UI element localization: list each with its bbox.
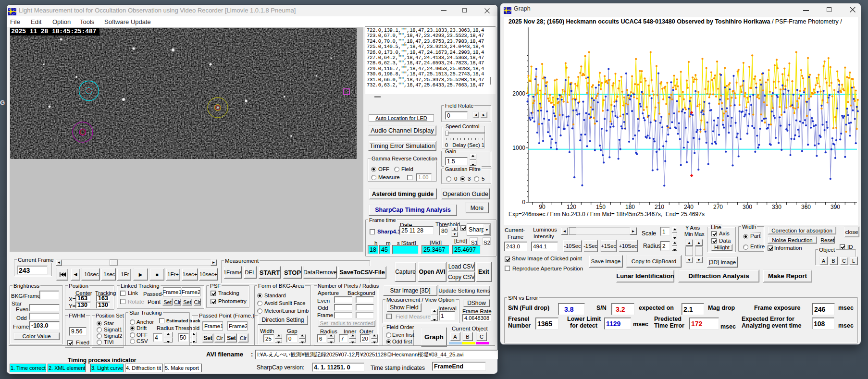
- svg-text:300: 300: [743, 204, 752, 210]
- svg-text:2000: 2000: [512, 90, 525, 97]
- svg-text:390: 390: [831, 204, 840, 210]
- svg-text:90: 90: [539, 204, 546, 210]
- svg-text:360: 360: [801, 204, 811, 210]
- svg-text:240: 240: [684, 204, 694, 210]
- svg-text:330: 330: [772, 204, 781, 210]
- svg-text:1000: 1000: [512, 145, 525, 151]
- svg-text:210: 210: [655, 204, 664, 210]
- svg-text:270: 270: [713, 204, 723, 210]
- svg-text:120: 120: [567, 204, 576, 210]
- svg-text:180: 180: [625, 204, 635, 210]
- svg-text:0: 0: [522, 199, 525, 206]
- svg-text:150: 150: [596, 204, 606, 210]
